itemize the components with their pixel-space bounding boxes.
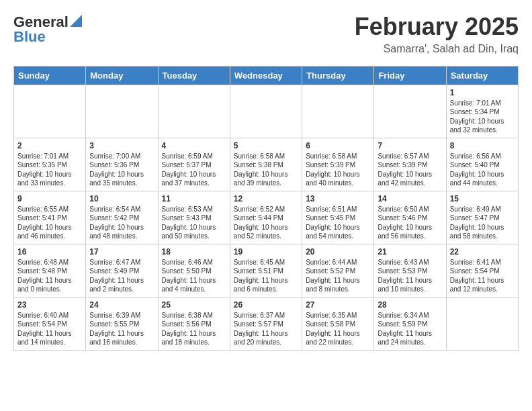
day-number: 14 [378,194,442,203]
day-number: 18 [162,247,226,257]
calendar-cell: 19Sunrise: 6:45 AM Sunset: 5:51 PM Dayli… [230,244,302,297]
day-info: Sunrise: 6:56 AM Sunset: 5:40 PM Dayligh… [450,152,515,188]
month-title: February 2025 [355,13,519,40]
day-number: 9 [17,194,82,203]
weekday-header-wednesday: Wednesday [230,66,302,85]
calendar-week-row: 2Sunrise: 7:01 AM Sunset: 5:35 PM Daylig… [14,138,519,191]
day-number: 27 [306,300,370,310]
day-info: Sunrise: 6:34 AM Sunset: 5:59 PM Dayligh… [378,311,442,347]
calendar-cell: 1Sunrise: 7:01 AM Sunset: 5:34 PM Daylig… [446,85,518,138]
day-number: 8 [450,141,515,150]
weekday-header-saturday: Saturday [446,66,518,85]
day-number: 28 [378,300,442,310]
logo: General Blue [13,13,82,46]
logo-icon [70,15,82,27]
day-number: 5 [234,141,298,150]
calendar-cell: 24Sunrise: 6:39 AM Sunset: 5:55 PM Dayli… [86,297,158,350]
calendar-cell: 6Sunrise: 6:58 AM Sunset: 5:39 PM Daylig… [302,138,374,191]
day-info: Sunrise: 6:48 AM Sunset: 5:48 PM Dayligh… [17,258,82,294]
day-number: 26 [234,300,298,310]
weekday-header-friday: Friday [374,66,446,85]
calendar-cell: 2Sunrise: 7:01 AM Sunset: 5:35 PM Daylig… [14,138,86,191]
calendar-cell: 7Sunrise: 6:57 AM Sunset: 5:39 PM Daylig… [374,138,446,191]
svg-marker-0 [70,15,82,27]
weekday-header-sunday: Sunday [14,66,86,85]
calendar-cell: 12Sunrise: 6:52 AM Sunset: 5:44 PM Dayli… [230,191,302,244]
day-info: Sunrise: 6:54 AM Sunset: 5:42 PM Dayligh… [89,205,154,241]
calendar-cell [374,85,446,138]
day-number: 12 [234,194,298,203]
day-info: Sunrise: 6:50 AM Sunset: 5:46 PM Dayligh… [378,205,442,241]
calendar-cell: 26Sunrise: 6:37 AM Sunset: 5:57 PM Dayli… [230,297,302,350]
day-number: 21 [378,247,442,257]
calendar-cell: 3Sunrise: 7:00 AM Sunset: 5:36 PM Daylig… [86,138,158,191]
day-info: Sunrise: 6:39 AM Sunset: 5:55 PM Dayligh… [89,311,154,347]
day-info: Sunrise: 7:01 AM Sunset: 5:35 PM Dayligh… [17,152,82,188]
calendar-week-row: 16Sunrise: 6:48 AM Sunset: 5:48 PM Dayli… [14,244,519,297]
day-info: Sunrise: 6:51 AM Sunset: 5:45 PM Dayligh… [306,205,370,241]
calendar-table: SundayMondayTuesdayWednesdayThursdayFrid… [13,66,519,351]
day-number: 13 [306,194,370,203]
calendar-cell: 18Sunrise: 6:46 AM Sunset: 5:50 PM Dayli… [158,244,230,297]
calendar-cell: 28Sunrise: 6:34 AM Sunset: 5:59 PM Dayli… [374,297,446,350]
day-number: 17 [89,247,154,257]
calendar-cell [302,85,374,138]
day-number: 25 [162,300,226,310]
day-info: Sunrise: 7:00 AM Sunset: 5:36 PM Dayligh… [89,152,154,188]
calendar-cell: 15Sunrise: 6:49 AM Sunset: 5:47 PM Dayli… [446,191,518,244]
calendar-cell: 21Sunrise: 6:43 AM Sunset: 5:53 PM Dayli… [374,244,446,297]
day-info: Sunrise: 6:49 AM Sunset: 5:47 PM Dayligh… [450,205,515,241]
weekday-header-tuesday: Tuesday [158,66,230,85]
day-number: 2 [17,141,82,150]
calendar-cell: 25Sunrise: 6:38 AM Sunset: 5:56 PM Dayli… [158,297,230,350]
day-info: Sunrise: 6:44 AM Sunset: 5:52 PM Dayligh… [306,258,370,294]
calendar-cell: 13Sunrise: 6:51 AM Sunset: 5:45 PM Dayli… [302,191,374,244]
page-header: General Blue February 2025 Samarra', Sal… [13,13,519,55]
calendar-cell [446,297,518,350]
day-number: 15 [450,194,515,203]
day-info: Sunrise: 6:41 AM Sunset: 5:54 PM Dayligh… [450,258,515,294]
calendar-cell: 22Sunrise: 6:41 AM Sunset: 5:54 PM Dayli… [446,244,518,297]
day-info: Sunrise: 6:53 AM Sunset: 5:43 PM Dayligh… [162,205,226,241]
day-number: 1 [450,88,515,97]
calendar-cell [230,85,302,138]
calendar-cell [14,85,86,138]
day-info: Sunrise: 6:46 AM Sunset: 5:50 PM Dayligh… [162,258,226,294]
day-number: 7 [378,141,442,150]
day-info: Sunrise: 6:35 AM Sunset: 5:58 PM Dayligh… [306,311,370,347]
day-info: Sunrise: 6:45 AM Sunset: 5:51 PM Dayligh… [234,258,298,294]
day-info: Sunrise: 6:59 AM Sunset: 5:37 PM Dayligh… [162,152,226,188]
calendar-cell [86,85,158,138]
day-number: 19 [234,247,298,257]
weekday-header-thursday: Thursday [302,66,374,85]
calendar-cell: 8Sunrise: 6:56 AM Sunset: 5:40 PM Daylig… [446,138,518,191]
day-info: Sunrise: 6:38 AM Sunset: 5:56 PM Dayligh… [162,311,226,347]
weekday-header-monday: Monday [86,66,158,85]
day-number: 24 [89,300,154,310]
day-info: Sunrise: 6:58 AM Sunset: 5:38 PM Dayligh… [234,152,298,188]
calendar-cell: 9Sunrise: 6:55 AM Sunset: 5:41 PM Daylig… [14,191,86,244]
calendar-cell: 4Sunrise: 6:59 AM Sunset: 5:37 PM Daylig… [158,138,230,191]
day-number: 4 [162,141,226,150]
calendar-cell: 10Sunrise: 6:54 AM Sunset: 5:42 PM Dayli… [86,191,158,244]
logo-blue-text: Blue [13,28,46,46]
day-number: 22 [450,247,515,257]
day-info: Sunrise: 6:57 AM Sunset: 5:39 PM Dayligh… [378,152,442,188]
calendar-cell: 20Sunrise: 6:44 AM Sunset: 5:52 PM Dayli… [302,244,374,297]
day-number: 20 [306,247,370,257]
calendar-cell: 14Sunrise: 6:50 AM Sunset: 5:46 PM Dayli… [374,191,446,244]
day-number: 16 [17,247,82,257]
day-info: Sunrise: 6:37 AM Sunset: 5:57 PM Dayligh… [234,311,298,347]
calendar-week-row: 1Sunrise: 7:01 AM Sunset: 5:34 PM Daylig… [14,85,519,138]
calendar-week-row: 23Sunrise: 6:40 AM Sunset: 5:54 PM Dayli… [14,297,519,350]
day-number: 23 [17,300,82,310]
calendar-cell: 11Sunrise: 6:53 AM Sunset: 5:43 PM Dayli… [158,191,230,244]
day-number: 11 [162,194,226,203]
calendar-cell: 5Sunrise: 6:58 AM Sunset: 5:38 PM Daylig… [230,138,302,191]
day-info: Sunrise: 6:40 AM Sunset: 5:54 PM Dayligh… [17,311,82,347]
day-number: 3 [89,141,154,150]
day-number: 10 [89,194,154,203]
weekday-header-row: SundayMondayTuesdayWednesdayThursdayFrid… [14,66,519,85]
day-info: Sunrise: 6:55 AM Sunset: 5:41 PM Dayligh… [17,205,82,241]
day-info: Sunrise: 6:52 AM Sunset: 5:44 PM Dayligh… [234,205,298,241]
